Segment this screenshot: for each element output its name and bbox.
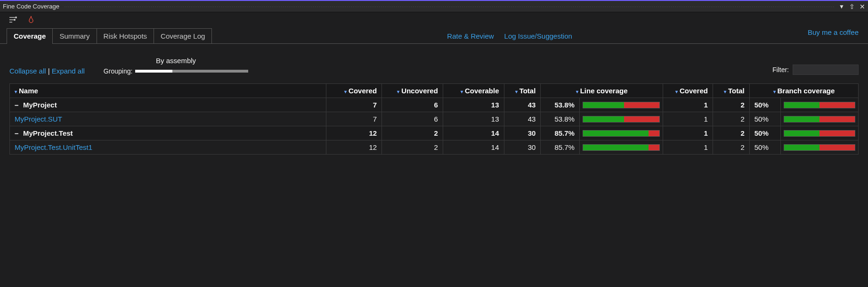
cell-line-pct: 53.8% — [541, 98, 580, 112]
th-covered[interactable]: ▾Covered — [326, 84, 382, 98]
cell-total: 30 — [504, 126, 541, 140]
collapse-expand: Collapse all | Expand all — [9, 55, 85, 75]
tab-label: Risk Hotspots — [104, 32, 147, 40]
cell-total: 43 — [504, 112, 541, 126]
sort-caret-icon: ▾ — [15, 89, 17, 94]
pin-icon[interactable]: ⇧ — [849, 3, 855, 10]
cell-branch-pct: 50% — [749, 140, 780, 155]
cell-name: MyProject.Test.UnitTest1 — [10, 140, 326, 155]
tab-risk-hotspots[interactable]: Risk Hotspots — [97, 28, 154, 43]
th-name[interactable]: ▾Name — [10, 84, 326, 98]
cell-uncovered: 2 — [382, 126, 443, 140]
leaf-link[interactable]: MyProject.Test.UnitTest1 — [15, 143, 92, 151]
group-name: MyProject.Test — [23, 129, 73, 137]
table-row: MyProject.Test.UnitTest1122143085.7%1250… — [10, 140, 859, 155]
sort-caret-icon: ▾ — [675, 89, 678, 94]
cell-uncovered: 6 — [382, 112, 443, 126]
titlebar-grip[interactable] — [64, 6, 835, 7]
svg-point-4 — [14, 19, 15, 20]
th-line-coverage[interactable]: ▾Line coverage — [541, 84, 663, 98]
line-coverage-bar — [583, 144, 660, 151]
sort-caret-icon: ▾ — [576, 89, 578, 94]
grouping-control: By assembly Grouping: — [104, 57, 248, 75]
toggle-collapse-icon[interactable]: – — [15, 101, 21, 109]
link-rate-review[interactable]: Rate & Review — [447, 32, 494, 40]
cell-branch-bar — [780, 126, 858, 140]
line-coverage-bar — [583, 116, 660, 123]
cell-b-total: 2 — [713, 112, 749, 126]
tab-coverage[interactable]: Coverage — [7, 28, 53, 43]
tab-summary[interactable]: Summary — [52, 28, 97, 43]
th-branch-coverage[interactable]: ▾Branch coverage — [749, 84, 858, 98]
cell-covered: 12 — [326, 140, 382, 155]
table-row: –MyProject.Test122143085.7%1250% — [10, 126, 859, 140]
cell-coverable: 14 — [443, 126, 504, 140]
link-buy-coffee[interactable]: Buy me a coffee — [808, 28, 859, 43]
cell-coverable: 13 — [443, 112, 504, 126]
fine-code-coverage-panel: Fine Code Coverage ▼ ⇧ ✕ Coverage — [0, 0, 868, 287]
separator: | — [48, 67, 52, 75]
branch-coverage-bar — [784, 102, 855, 108]
window-title: Fine Code Coverage — [3, 3, 59, 10]
cell-line-bar — [579, 140, 663, 155]
th-uncovered[interactable]: ▾Uncovered — [382, 84, 443, 98]
cell-coverable: 13 — [443, 98, 504, 112]
cell-uncovered: 2 — [382, 140, 443, 155]
tab-label: Coverage — [14, 32, 46, 40]
leaf-link[interactable]: MyProject.SUT — [15, 115, 62, 123]
tab-label: Summary — [59, 32, 89, 40]
cell-uncovered: 6 — [382, 98, 443, 112]
cell-b-covered: 1 — [663, 140, 713, 155]
top-controls: Collapse all | Expand all By assembly Gr… — [9, 52, 859, 75]
cell-b-total: 2 — [713, 98, 749, 112]
cell-total: 43 — [504, 98, 541, 112]
filter-control: Filter: — [772, 52, 859, 75]
cell-name: –MyProject.Test — [10, 126, 326, 140]
filter-label: Filter: — [772, 66, 789, 74]
grouping-slider[interactable] — [135, 70, 248, 73]
branch-coverage-bar — [784, 116, 855, 123]
cell-b-covered: 1 — [663, 98, 713, 112]
group-name: MyProject — [23, 101, 57, 109]
tab-coverage-log[interactable]: Coverage Log — [154, 28, 212, 43]
fire-icon[interactable] — [26, 15, 36, 26]
link-collapse-all[interactable]: Collapse all — [9, 67, 46, 75]
line-coverage-bar — [583, 102, 660, 108]
link-expand-all[interactable]: Expand all — [52, 67, 85, 75]
th-branch-total[interactable]: ▾Total — [713, 84, 749, 98]
line-coverage-bar — [583, 130, 660, 137]
th-coverable[interactable]: ▾Coverable — [443, 84, 504, 98]
cell-b-covered: 1 — [663, 112, 713, 126]
cell-branch-bar — [780, 98, 858, 112]
filter-input[interactable] — [793, 65, 859, 75]
cell-covered: 7 — [326, 98, 382, 112]
cell-total: 30 — [504, 140, 541, 155]
cell-b-total: 2 — [713, 126, 749, 140]
cell-branch-pct: 50% — [749, 126, 780, 140]
sort-caret-icon: ▾ — [773, 89, 776, 94]
cell-line-bar — [579, 126, 663, 140]
sort-caret-icon: ▾ — [461, 89, 463, 94]
filter-lines-icon[interactable] — [8, 15, 18, 26]
cell-line-pct: 53.8% — [541, 112, 580, 126]
close-icon[interactable]: ✕ — [860, 3, 865, 10]
titlebar: Fine Code Coverage ▼ ⇧ ✕ — [0, 1, 868, 12]
cell-covered: 12 — [326, 126, 382, 140]
cell-name: –MyProject — [10, 98, 326, 112]
link-log-issue[interactable]: Log Issue/Suggestion — [504, 32, 572, 40]
cell-line-bar — [579, 112, 663, 126]
th-branch-covered[interactable]: ▾Covered — [663, 84, 713, 98]
dropdown-icon[interactable]: ▼ — [839, 3, 844, 10]
cell-line-pct: 85.7% — [541, 126, 580, 140]
table-row: MyProject.SUT76134353.8%1250% — [10, 112, 859, 126]
th-total[interactable]: ▾Total — [504, 84, 541, 98]
cell-name: MyProject.SUT — [10, 112, 326, 126]
content-area: Collapse all | Expand all By assembly Gr… — [0, 44, 868, 287]
sort-caret-icon: ▾ — [397, 89, 399, 94]
table-row: –MyProject76134353.8%1250% — [10, 98, 859, 112]
cell-branch-pct: 50% — [749, 112, 780, 126]
branch-coverage-bar — [784, 144, 855, 151]
toggle-collapse-icon[interactable]: – — [15, 129, 21, 137]
cell-covered: 7 — [326, 112, 382, 126]
toolbar — [0, 12, 868, 28]
